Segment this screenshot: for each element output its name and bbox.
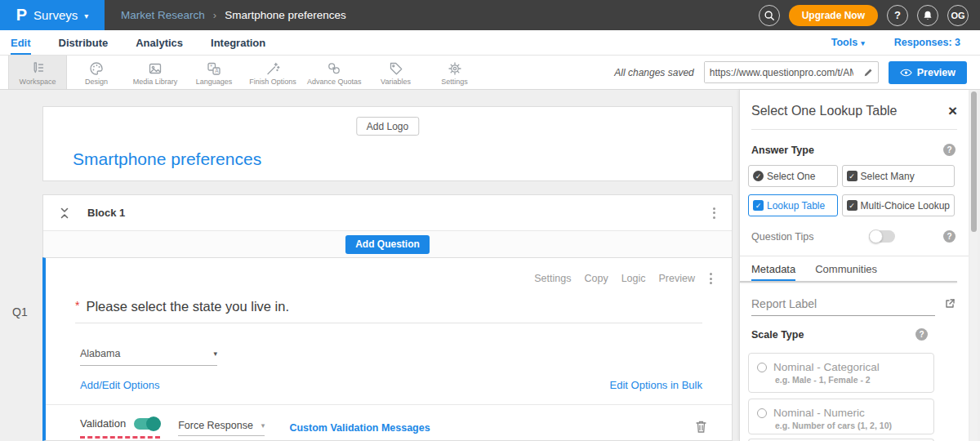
question-tips-label: Question Tips <box>751 231 813 243</box>
chevron-down-icon: ▾ <box>261 421 265 430</box>
toolbar-items: Workspace Design Media Library *A Langua… <box>0 56 484 89</box>
question-preview-link[interactable]: Preview <box>659 273 695 284</box>
trash-icon <box>695 420 707 434</box>
svg-text:*: * <box>210 64 212 69</box>
tab-analytics[interactable]: Analytics <box>136 30 183 55</box>
translate-icon: *A <box>206 60 222 77</box>
question-divider <box>46 404 732 405</box>
validation-label: Validation <box>80 417 126 430</box>
delete-question-button[interactable] <box>695 420 707 437</box>
scale-option-nominal-numeric[interactable]: Nominal - Numeric e.g. Number of cars (1… <box>748 399 934 434</box>
check-circle-icon: ✓ <box>753 171 764 181</box>
upgrade-now-button[interactable]: Upgrade Now <box>789 5 878 26</box>
toolbar-item-label: Settings <box>441 78 468 86</box>
close-icon[interactable]: × <box>948 103 957 118</box>
radio-icon[interactable] <box>757 363 767 372</box>
question-more-button[interactable] <box>708 271 714 286</box>
custom-validation-link[interactable]: Custom Validation Messages <box>289 422 430 434</box>
question-tips-toggle[interactable] <box>869 230 895 243</box>
survey-header-card: Add Logo Smartphone preferences <box>42 106 733 181</box>
scale-option-nominal-categorical[interactable]: Nominal - Categorical e.g. Male - 1, Fem… <box>748 353 934 393</box>
block-title[interactable]: Block 1 <box>87 207 125 219</box>
search-button[interactable] <box>759 5 780 26</box>
survey-url-field <box>704 61 879 83</box>
toolbar-item-finish-options[interactable]: Finish Options <box>243 56 302 89</box>
collapse-block-icon[interactable] <box>58 206 71 220</box>
toolbar-item-languages[interactable]: *A Languages <box>185 56 243 89</box>
question-logic-link[interactable]: Logic <box>621 273 646 284</box>
tools-menu[interactable]: Tools▾ <box>831 37 865 48</box>
answer-type-select-one[interactable]: ✓ Select One <box>748 165 838 187</box>
scale-option-label: Nominal - Numeric <box>773 407 865 419</box>
avatar[interactable]: OG <box>947 5 969 26</box>
scale-type-row: Scale Type ? <box>751 328 928 341</box>
survey-url-input[interactable] <box>705 62 858 82</box>
scale-option-example: e.g. Male - 1, Female - 2 <box>749 375 933 391</box>
product-switcher[interactable]: P Surveys ▾ <box>0 0 105 30</box>
state-dropdown[interactable]: Alabama ▾ <box>80 348 217 366</box>
add-logo-button[interactable]: Add Logo <box>356 117 419 136</box>
toolbar-right: All changes saved Preview <box>614 56 980 89</box>
scale-type-label: Scale Type <box>751 329 804 341</box>
validation-toggle[interactable] <box>134 418 160 430</box>
survey-title[interactable]: Smartphone preferences <box>73 149 261 169</box>
panel-title-row: Select One Lookup Table × <box>751 103 957 118</box>
question-text-field[interactable]: * Please select the state you live in. <box>75 299 702 323</box>
answer-type-select-many[interactable]: ✓ Select Many <box>842 165 955 187</box>
state-dropdown-value: Alabama <box>80 348 120 359</box>
add-question-button[interactable]: Add Question <box>345 235 430 254</box>
toolbar-item-variables[interactable]: Variables <box>367 56 425 89</box>
nav-tabs: Edit Distribute Analytics Integration <box>0 30 265 55</box>
report-label-input[interactable] <box>751 296 935 316</box>
responses-link[interactable]: Responses: 3 <box>894 37 960 48</box>
survey-canvas: Q1 Add Logo Smartphone preferences Block… <box>0 90 735 441</box>
question-copy-link[interactable]: Copy <box>584 273 608 284</box>
toolbar-item-media-library[interactable]: Media Library <box>126 56 185 89</box>
force-response-dropdown[interactable]: Force Response ▾ <box>178 420 265 436</box>
answer-type-lookup-table[interactable]: ✓ Lookup Table <box>748 194 838 216</box>
toolbar-item-label: Workspace <box>20 78 56 86</box>
toolbar-item-advance-quotas[interactable]: Advance Quotas <box>302 56 367 89</box>
tab-metadata[interactable]: Metadata <box>751 263 795 281</box>
add-edit-options-link[interactable]: Add/Edit Options <box>80 379 160 391</box>
save-status: All changes saved <box>614 67 693 78</box>
check-square-icon: ✓ <box>847 171 858 181</box>
edit-options-bulk-link[interactable]: Edit Options in Bulk <box>610 379 702 391</box>
preview-button[interactable]: Preview <box>889 61 967 84</box>
question-settings-link[interactable]: Settings <box>534 273 571 284</box>
panel-scrollbar[interactable] <box>970 90 978 441</box>
radio-icon[interactable] <box>757 408 767 418</box>
chain-link-icon <box>326 60 342 77</box>
tab-distribute[interactable]: Distribute <box>59 30 109 55</box>
toolbar-item-workspace[interactable]: Workspace <box>8 56 67 89</box>
help-icon[interactable]: ? <box>943 144 956 156</box>
tab-communities[interactable]: Communities <box>815 263 877 281</box>
tab-integration[interactable]: Integration <box>211 30 265 55</box>
answer-type-option-label: Select Many <box>861 171 915 182</box>
help-icon[interactable]: ? <box>943 230 956 243</box>
scale-option-label: Nominal - Categorical <box>773 361 880 373</box>
help-icon[interactable]: ? <box>915 328 928 341</box>
toolbar-item-label: Design <box>85 78 108 86</box>
answer-type-multi-choice-lookup[interactable]: ✓ Multi-Choice Lookup <box>842 194 955 216</box>
answer-type-options: ✓ Select One ✓ Select Many ✓ Lookup Tabl… <box>748 165 955 216</box>
toolbar-item-label: Media Library <box>133 78 178 86</box>
toolbar-item-design[interactable]: Design <box>67 56 126 89</box>
expand-external-icon[interactable] <box>944 298 956 313</box>
gear-icon <box>447 60 463 77</box>
question-card: Settings Copy Logic Preview * Please sel… <box>42 257 733 441</box>
breadcrumb-folder[interactable]: Market Research <box>121 9 205 21</box>
bell-icon <box>922 10 933 21</box>
scrollbar-thumb[interactable] <box>971 91 977 232</box>
notifications-button[interactable] <box>917 5 938 26</box>
help-button[interactable]: ? <box>887 5 908 26</box>
tools-label: Tools <box>831 37 858 48</box>
edit-url-button[interactable] <box>858 62 878 82</box>
block-menu-button[interactable] <box>711 206 717 220</box>
tab-edit[interactable]: Edit <box>11 30 31 55</box>
force-response-value: Force Response <box>178 420 253 431</box>
question-text[interactable]: Please select the state you live in. <box>86 299 289 314</box>
product-name: Surveys <box>33 8 78 22</box>
toolbar-item-settings[interactable]: Settings <box>425 56 484 89</box>
panel-divider <box>751 129 957 130</box>
